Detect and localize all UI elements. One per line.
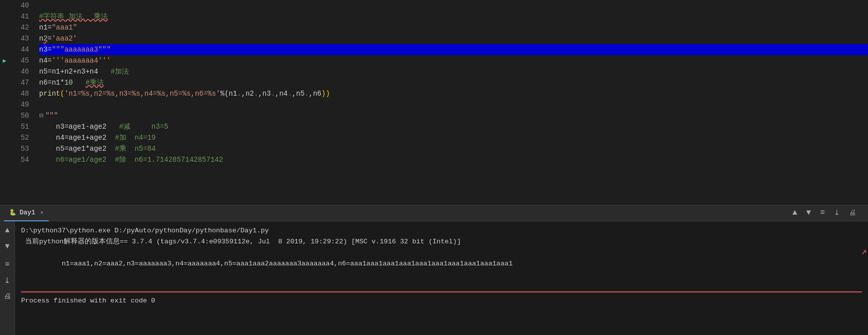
code-line-40 xyxy=(39,0,868,11)
linenum-52: 52 xyxy=(13,132,29,143)
run-arrow-icon: ▶ xyxy=(3,57,6,65)
code-line-49 xyxy=(39,99,868,110)
line-54-gutter xyxy=(0,154,9,165)
code-line-51: n3=age1-age2 #减 n3=5 xyxy=(39,121,868,132)
code-line-46: n5=n1+n2+n3+n4 #加法 xyxy=(39,66,868,77)
line-52-comment: #加 n4=19 xyxy=(115,132,155,143)
line-45-var: n4= xyxy=(39,55,52,66)
terminal-cmd-line: D:\python37\python.exe D:/pyAuto/pythonD… xyxy=(21,225,862,236)
line-50-str: """ xyxy=(45,110,58,121)
line-48-close: )) xyxy=(321,88,330,99)
line-47-num: 10 xyxy=(64,77,73,88)
line-47-comment: #乘法 xyxy=(85,77,103,88)
line-41-gutter xyxy=(0,11,9,22)
line-48-percent: %(n1 xyxy=(220,88,237,99)
code-line-41: #字符串 加法、 乘法 xyxy=(39,11,868,22)
line-53-gutter xyxy=(0,143,9,154)
panel-sidebar: ▲ ▼ ≡ ⤓ 🖨 xyxy=(0,221,15,335)
terminal-info-line: 当前python解释器的版本信息== 3.7.4 (tags/v3.7.4:e0… xyxy=(21,236,862,247)
bottom-panel: 🐍 Day1 × ▲ ▼ ≡ ⤓ 🖨 ▲ ▼ ≡ ⤓ 🖨 D:\python37… xyxy=(0,205,868,335)
sidebar-print-btn[interactable]: 🖨 xyxy=(2,290,14,302)
editor-left-panel: ▶ xyxy=(0,0,9,205)
scroll-down-btn[interactable]: ▼ xyxy=(804,207,813,218)
code-line-42: n1="aaa1" xyxy=(39,22,868,33)
line-41-comment: #字符串 加法、 乘法 xyxy=(39,11,108,22)
code-lines: #字符串 加法、 乘法 n1="aaa1" n2='aaa2' n3="""aa… xyxy=(35,0,868,205)
line-48-open: ( xyxy=(60,88,64,99)
code-container: ▶ 40 41 42 43 44 45 46 47 48 49 50 51 xyxy=(0,0,868,205)
code-line-50: ⊟""" xyxy=(39,110,868,121)
run-tab-close[interactable]: × xyxy=(40,210,44,216)
print-btn[interactable]: 🖨 xyxy=(847,208,858,218)
run-tab[interactable]: 🐍 Day1 × xyxy=(4,205,49,221)
line-45-str: '''aaaaaaa4''' xyxy=(52,55,111,66)
line-48-n5: ,n5 xyxy=(292,88,304,99)
line-48-dot3: . xyxy=(271,88,275,99)
line-43-2: 2 xyxy=(43,33,47,44)
line-53-comment: #乘 n5=84 xyxy=(115,143,155,154)
code-line-52: n4=age1+age2 #加 n4=19 xyxy=(39,132,868,143)
panel-tabs-wrapper: 🐍 Day1 × ▲ ▼ ≡ ⤓ 🖨 xyxy=(4,205,864,221)
code-line-54: n6=age1/age2 #除 n6=1.7142857142857142 xyxy=(39,154,868,165)
line-48-gutter xyxy=(0,88,9,99)
line-numbers: 40 41 42 43 44 45 46 47 48 49 50 51 52 5… xyxy=(9,0,35,205)
linenum-43: 43 xyxy=(13,33,29,44)
line-48-func: print xyxy=(39,88,60,99)
linenum-49: 49 xyxy=(13,99,29,110)
line-51-gutter xyxy=(0,121,9,132)
terminal-process-line: Process finished with exit code 0 xyxy=(21,295,862,306)
linenum-45: 45 xyxy=(13,55,29,66)
run-tab-label: Day1 xyxy=(20,209,35,216)
linenum-46: 46 xyxy=(13,66,29,77)
menu-btn[interactable]: ≡ xyxy=(818,207,827,218)
line-43-eq: = xyxy=(48,33,52,44)
run-tab-icon: 🐍 xyxy=(9,209,17,216)
line-42-gutter xyxy=(0,22,9,33)
linenum-48: 48 xyxy=(13,88,29,99)
terminal-output-content: n1=aaa1,n2=aaa2,n3=aaaaaaa3,n4=aaaaaaa4,… xyxy=(62,260,512,267)
download-btn[interactable]: ⤓ xyxy=(832,207,842,218)
line-43-str: 'aaa2' xyxy=(52,33,77,44)
line-46-expr: n5=n1+n2+n3+n4 xyxy=(39,66,111,77)
line-44-str: """aaaaaaa3""" xyxy=(52,44,111,55)
panel-tabs-bar: 🐍 Day1 × ▲ ▼ ≡ ⤓ 🖨 xyxy=(0,205,868,221)
terminal-output-line: n1=aaa1,n2=aaa2,n3=aaaaaaa3,n4=aaaaaaa4,… xyxy=(21,247,862,292)
editor-area: ▶ 40 41 42 43 44 45 46 47 48 49 50 51 xyxy=(0,0,868,205)
line-48-dot1: . xyxy=(237,88,241,99)
linenum-41: 41 xyxy=(13,11,29,22)
line-48-n3: ,n3 xyxy=(258,88,271,99)
line-46-comment: #加法 xyxy=(111,66,129,77)
code-line-48: print('n1=%s,n2=%s,n3=%s,n4=%s,n5=%s,n6=… xyxy=(39,88,868,99)
line-43-n: n xyxy=(39,33,43,44)
sidebar-down-btn[interactable]: ▼ xyxy=(2,240,14,252)
line-48-str: 'n1=%s,n2=%s,n3=%s,n4=%s,n5=%s,n6=%s' xyxy=(64,88,220,99)
line-45-gutter: ▶ xyxy=(0,55,9,66)
sidebar-up-btn[interactable]: ▲ xyxy=(2,224,14,236)
sidebar-menu-btn[interactable]: ≡ xyxy=(2,258,14,270)
code-line-45: n4='''aaaaaaa4''' xyxy=(39,55,868,66)
linenum-44: 44 xyxy=(13,44,29,55)
line-52-code: n4=age1+age2 xyxy=(39,132,115,143)
scroll-up-btn[interactable]: ▲ xyxy=(790,207,799,218)
line-51-comment: #减 n3=5 xyxy=(119,121,168,132)
line-47-expr: n6=n1* xyxy=(39,77,64,88)
line-47-sp xyxy=(73,77,85,88)
line-50-fold: ⊟ xyxy=(39,110,43,121)
linenum-51: 51 xyxy=(13,121,29,132)
code-line-43: n2='aaa2' xyxy=(39,33,868,44)
terminal-area: D:\python37\python.exe D:/pyAuto/pythonD… xyxy=(15,221,868,335)
line-52-gutter xyxy=(0,132,9,143)
code-line-47: n6=n1*10 #乘法 xyxy=(39,77,868,88)
line-48-n4: ,n4 xyxy=(275,88,288,99)
line-48-n2: ,n2 xyxy=(241,88,254,99)
linenum-53: 53 xyxy=(13,143,29,154)
linenum-50: 50 xyxy=(13,110,29,121)
line-44-var: n3= xyxy=(39,44,52,55)
line-48-dot2: . xyxy=(254,88,258,99)
panel-content: ▲ ▼ ≡ ⤓ 🖨 D:\python37\python.exe D:/pyAu… xyxy=(0,221,868,335)
line-46-gutter xyxy=(0,66,9,77)
line-42-var: n1= xyxy=(39,22,52,33)
line-54-code: n6=age1/age2 #除 n6=1.7142857142857142 xyxy=(39,154,223,165)
line-40-gutter xyxy=(0,0,9,11)
sidebar-download-btn[interactable]: ⤓ xyxy=(2,274,14,286)
